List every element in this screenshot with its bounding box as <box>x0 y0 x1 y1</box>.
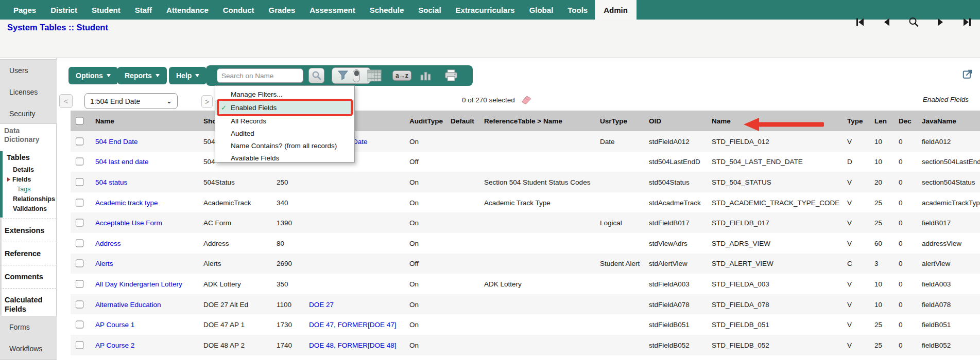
cell-name-link[interactable]: AP Course 1 <box>95 321 201 329</box>
sidebar-item-tags[interactable]: Tags <box>3 184 57 194</box>
cell-audit: On <box>409 239 449 247</box>
filter-menu-item-enabled-fields[interactable]: ✓Enabled Fields <box>215 100 354 115</box>
cell-title-link[interactable]: DOE 27 <box>309 300 407 308</box>
column-header-name2: Name <box>712 117 845 125</box>
sidebar-item-licenses[interactable]: Licenses <box>0 81 57 103</box>
reports-button[interactable]: Reports <box>117 67 167 84</box>
popout-icon[interactable] <box>962 68 973 80</box>
nav-item-social[interactable]: Social <box>411 0 448 20</box>
print-icon[interactable] <box>444 69 458 82</box>
next-field-button[interactable]: > <box>201 95 213 108</box>
row-checkbox[interactable] <box>76 260 83 267</box>
nav-item-student[interactable]: Student <box>84 0 128 20</box>
cell-oid: stdFieldA003 <box>649 280 710 287</box>
sidebar-item-validations[interactable]: Validations <box>3 204 57 213</box>
eraser-icon[interactable] <box>519 96 531 104</box>
row-checkbox[interactable] <box>76 178 83 186</box>
row-checkbox[interactable] <box>76 280 83 287</box>
nav-item-admin-active[interactable]: Admin <box>595 0 637 20</box>
first-record-icon[interactable] <box>854 16 866 28</box>
sidebar-item-extensions[interactable]: Extensions <box>0 219 56 242</box>
row-checkbox[interactable] <box>76 199 83 206</box>
cell-name-link[interactable]: Acceptable Use Form <box>95 219 201 227</box>
sidebar-item-comments[interactable]: Comments <box>0 265 56 289</box>
cell-usrtype: Logical <box>600 219 648 227</box>
filter-menu-item-name-contains-from-all-records[interactable]: Name Contains? (from all records) <box>215 139 354 152</box>
filter-menu-item-manage-filters[interactable]: Manage Filters... <box>215 88 354 100</box>
nav-item-assessment[interactable]: Assessment <box>302 0 362 20</box>
cell-name-link[interactable]: 504 End Date <box>95 137 201 145</box>
sidebar-item-label: Details <box>13 166 34 173</box>
nav-item-grades[interactable]: Grades <box>262 0 303 20</box>
cell-oid: stdFieldB017 <box>649 219 710 227</box>
cell-len: 20 <box>874 178 896 186</box>
nav-item-pages[interactable]: Pages <box>6 0 43 20</box>
nav-item-global[interactable]: Global <box>522 0 561 20</box>
field-select[interactable]: 1:504 End Date ⌄ <box>84 93 178 109</box>
cell-name-link[interactable]: Address <box>95 239 201 247</box>
cell-name-link[interactable]: All Day Kindergarten Lottery <box>95 280 201 287</box>
cell-name-link[interactable]: Alternative Education <box>95 300 201 308</box>
row-checkbox[interactable] <box>76 219 83 227</box>
cell-java: addressView <box>922 239 980 247</box>
search-input[interactable] <box>217 68 303 83</box>
prev-record-icon[interactable] <box>881 16 892 28</box>
row-checkbox[interactable] <box>76 321 83 329</box>
cell-title-link[interactable]: DOE 48, FORMER[DOE 48] <box>309 341 407 349</box>
nav-item-staff[interactable]: Staff <box>128 0 159 20</box>
nav-item-conduct[interactable]: Conduct <box>216 0 262 20</box>
nav-item-tools[interactable]: Tools <box>560 0 595 20</box>
filter-menu-item-all-records[interactable]: All Records <box>215 115 354 127</box>
cell-size: 1100 <box>277 300 306 308</box>
cell-title-link[interactable]: DOE 47, FORMER[DOE 47] <box>309 321 407 329</box>
cell-audit: On <box>409 137 449 145</box>
cell-name-link[interactable]: 504 last end date <box>95 158 201 166</box>
nav-item-district[interactable]: District <box>43 0 84 20</box>
cell-name-link[interactable]: Academic track type <box>95 199 201 206</box>
nav-item-schedule[interactable]: Schedule <box>363 0 411 20</box>
sidebar-item-reference[interactable]: Reference <box>0 242 56 265</box>
cell-java: fieldA078 <box>922 300 980 308</box>
sidebar-item-tables[interactable]: Tables <box>3 153 57 165</box>
cell-len: 25 <box>874 219 896 227</box>
filter-menu-item-audited[interactable]: Audited <box>215 127 354 139</box>
next-record-icon[interactable] <box>935 16 946 28</box>
grid-view-icon[interactable] <box>367 69 382 82</box>
nav-item-extracurriculars[interactable]: Extracurriculars <box>449 0 522 20</box>
row-checkbox[interactable] <box>76 300 83 308</box>
column-header-oid: OID <box>649 117 710 125</box>
row-checkbox[interactable] <box>76 341 83 349</box>
sidebar-item-details[interactable]: Details <box>3 165 57 174</box>
cell-oid: stdAlertView <box>649 260 710 267</box>
row-checkbox[interactable] <box>76 137 83 145</box>
cell-dec: 0 <box>899 137 920 145</box>
prev-field-button[interactable]: < <box>59 94 73 108</box>
sort-az-icon[interactable]: a→z <box>392 70 411 81</box>
sidebar-item-workflows[interactable]: Workflows <box>0 338 57 359</box>
sidebar-item-forms[interactable]: Forms <box>0 316 57 338</box>
filter-menu-item-available-fields[interactable]: Available Fields <box>215 152 354 164</box>
table-row: Acceptable Use FormAC Form1390OnLogicals… <box>71 212 980 233</box>
sidebar-item-users[interactable]: Users <box>0 60 57 81</box>
chart-icon[interactable] <box>420 70 432 81</box>
cell-dec: 0 <box>899 219 920 227</box>
options-button[interactable]: Options <box>68 67 118 84</box>
last-record-icon[interactable] <box>961 16 973 28</box>
filter-toggle-button[interactable] <box>332 67 371 84</box>
search-button[interactable] <box>308 68 324 83</box>
sidebar-item-relationships[interactable]: Relationships <box>3 194 57 204</box>
cell-name-link[interactable]: Alerts <box>95 260 201 267</box>
row-checkbox[interactable] <box>76 158 83 166</box>
row-checkbox[interactable] <box>76 239 83 247</box>
sidebar-item-security[interactable]: Security <box>0 103 57 124</box>
sidebar-item-fields[interactable]: Fields <box>3 174 57 184</box>
cell-type: V <box>847 280 872 287</box>
help-button[interactable]: Help <box>169 67 207 84</box>
cell-oid: stdFieldA078 <box>649 300 710 308</box>
cell-ref: ADK Lottery <box>484 280 597 287</box>
select-all-checkbox[interactable] <box>76 117 83 125</box>
cell-name-link[interactable]: AP Course 2 <box>95 341 201 349</box>
nav-item-attendance[interactable]: Attendance <box>159 0 216 20</box>
cell-name-link[interactable]: 504 status <box>95 178 201 186</box>
search-record-icon[interactable] <box>908 16 919 28</box>
